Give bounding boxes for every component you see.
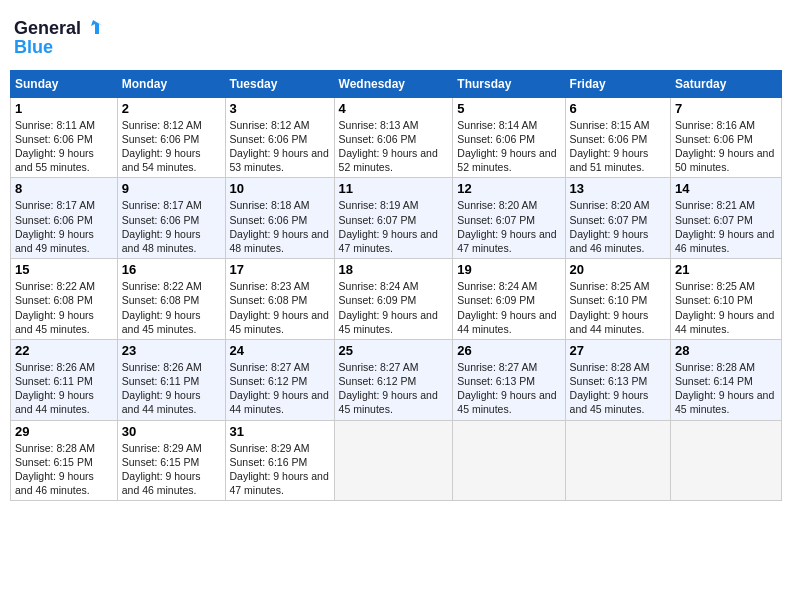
weekday-header: Friday	[565, 70, 670, 97]
day-number: 5	[457, 101, 560, 116]
calendar-cell: 21Sunrise: 8:25 AMSunset: 6:10 PMDayligh…	[671, 259, 782, 340]
calendar-cell: 19Sunrise: 8:24 AMSunset: 6:09 PMDayligh…	[453, 259, 565, 340]
day-info: Sunrise: 8:27 AMSunset: 6:12 PMDaylight:…	[339, 360, 449, 417]
day-info: Sunrise: 8:14 AMSunset: 6:06 PMDaylight:…	[457, 118, 560, 175]
day-number: 26	[457, 343, 560, 358]
calendar-cell: 9Sunrise: 8:17 AMSunset: 6:06 PMDaylight…	[117, 178, 225, 259]
day-number: 2	[122, 101, 221, 116]
calendar-cell: 30Sunrise: 8:29 AMSunset: 6:15 PMDayligh…	[117, 420, 225, 501]
weekday-header: Sunday	[11, 70, 118, 97]
weekday-header: Tuesday	[225, 70, 334, 97]
day-info: Sunrise: 8:23 AMSunset: 6:08 PMDaylight:…	[230, 279, 330, 336]
day-info: Sunrise: 8:18 AMSunset: 6:06 PMDaylight:…	[230, 198, 330, 255]
calendar-cell	[334, 420, 453, 501]
logo: General Blue	[14, 18, 105, 58]
day-number: 16	[122, 262, 221, 277]
logo-bird-icon	[83, 18, 105, 40]
calendar-week-row: 22Sunrise: 8:26 AMSunset: 6:11 PMDayligh…	[11, 339, 782, 420]
calendar-cell: 11Sunrise: 8:19 AMSunset: 6:07 PMDayligh…	[334, 178, 453, 259]
day-info: Sunrise: 8:22 AMSunset: 6:08 PMDaylight:…	[15, 279, 113, 336]
calendar-cell: 14Sunrise: 8:21 AMSunset: 6:07 PMDayligh…	[671, 178, 782, 259]
calendar-cell: 4Sunrise: 8:13 AMSunset: 6:06 PMDaylight…	[334, 97, 453, 178]
day-number: 28	[675, 343, 777, 358]
day-number: 17	[230, 262, 330, 277]
calendar-week-row: 15Sunrise: 8:22 AMSunset: 6:08 PMDayligh…	[11, 259, 782, 340]
day-number: 12	[457, 181, 560, 196]
calendar-cell: 6Sunrise: 8:15 AMSunset: 6:06 PMDaylight…	[565, 97, 670, 178]
calendar-week-row: 1Sunrise: 8:11 AMSunset: 6:06 PMDaylight…	[11, 97, 782, 178]
day-info: Sunrise: 8:29 AMSunset: 6:15 PMDaylight:…	[122, 441, 221, 498]
day-number: 10	[230, 181, 330, 196]
page-header: General Blue	[10, 10, 782, 62]
calendar-cell: 12Sunrise: 8:20 AMSunset: 6:07 PMDayligh…	[453, 178, 565, 259]
day-number: 15	[15, 262, 113, 277]
day-info: Sunrise: 8:17 AMSunset: 6:06 PMDaylight:…	[122, 198, 221, 255]
calendar-cell: 25Sunrise: 8:27 AMSunset: 6:12 PMDayligh…	[334, 339, 453, 420]
day-number: 21	[675, 262, 777, 277]
day-info: Sunrise: 8:27 AMSunset: 6:12 PMDaylight:…	[230, 360, 330, 417]
day-info: Sunrise: 8:26 AMSunset: 6:11 PMDaylight:…	[122, 360, 221, 417]
calendar-cell: 8Sunrise: 8:17 AMSunset: 6:06 PMDaylight…	[11, 178, 118, 259]
calendar-cell: 24Sunrise: 8:27 AMSunset: 6:12 PMDayligh…	[225, 339, 334, 420]
calendar-cell: 2Sunrise: 8:12 AMSunset: 6:06 PMDaylight…	[117, 97, 225, 178]
day-number: 8	[15, 181, 113, 196]
calendar-week-row: 29Sunrise: 8:28 AMSunset: 6:15 PMDayligh…	[11, 420, 782, 501]
calendar-cell: 20Sunrise: 8:25 AMSunset: 6:10 PMDayligh…	[565, 259, 670, 340]
calendar-cell	[453, 420, 565, 501]
calendar-cell: 15Sunrise: 8:22 AMSunset: 6:08 PMDayligh…	[11, 259, 118, 340]
logo-blue: Blue	[14, 38, 105, 58]
day-info: Sunrise: 8:25 AMSunset: 6:10 PMDaylight:…	[570, 279, 666, 336]
calendar-table: SundayMondayTuesdayWednesdayThursdayFrid…	[10, 70, 782, 501]
calendar-cell: 13Sunrise: 8:20 AMSunset: 6:07 PMDayligh…	[565, 178, 670, 259]
calendar-cell: 28Sunrise: 8:28 AMSunset: 6:14 PMDayligh…	[671, 339, 782, 420]
day-info: Sunrise: 8:24 AMSunset: 6:09 PMDaylight:…	[457, 279, 560, 336]
calendar-cell: 29Sunrise: 8:28 AMSunset: 6:15 PMDayligh…	[11, 420, 118, 501]
calendar-cell: 23Sunrise: 8:26 AMSunset: 6:11 PMDayligh…	[117, 339, 225, 420]
day-number: 3	[230, 101, 330, 116]
day-number: 27	[570, 343, 666, 358]
calendar-cell: 22Sunrise: 8:26 AMSunset: 6:11 PMDayligh…	[11, 339, 118, 420]
day-info: Sunrise: 8:28 AMSunset: 6:14 PMDaylight:…	[675, 360, 777, 417]
day-info: Sunrise: 8:20 AMSunset: 6:07 PMDaylight:…	[457, 198, 560, 255]
day-info: Sunrise: 8:21 AMSunset: 6:07 PMDaylight:…	[675, 198, 777, 255]
day-number: 9	[122, 181, 221, 196]
day-number: 14	[675, 181, 777, 196]
day-info: Sunrise: 8:16 AMSunset: 6:06 PMDaylight:…	[675, 118, 777, 175]
day-info: Sunrise: 8:26 AMSunset: 6:11 PMDaylight:…	[15, 360, 113, 417]
weekday-header: Saturday	[671, 70, 782, 97]
day-info: Sunrise: 8:15 AMSunset: 6:06 PMDaylight:…	[570, 118, 666, 175]
day-number: 23	[122, 343, 221, 358]
day-info: Sunrise: 8:11 AMSunset: 6:06 PMDaylight:…	[15, 118, 113, 175]
calendar-cell	[671, 420, 782, 501]
day-number: 25	[339, 343, 449, 358]
calendar-header-row: SundayMondayTuesdayWednesdayThursdayFrid…	[11, 70, 782, 97]
day-number: 19	[457, 262, 560, 277]
calendar-week-row: 8Sunrise: 8:17 AMSunset: 6:06 PMDaylight…	[11, 178, 782, 259]
day-info: Sunrise: 8:17 AMSunset: 6:06 PMDaylight:…	[15, 198, 113, 255]
calendar-cell: 26Sunrise: 8:27 AMSunset: 6:13 PMDayligh…	[453, 339, 565, 420]
day-info: Sunrise: 8:12 AMSunset: 6:06 PMDaylight:…	[230, 118, 330, 175]
calendar-cell: 16Sunrise: 8:22 AMSunset: 6:08 PMDayligh…	[117, 259, 225, 340]
calendar-cell	[565, 420, 670, 501]
day-info: Sunrise: 8:20 AMSunset: 6:07 PMDaylight:…	[570, 198, 666, 255]
day-info: Sunrise: 8:12 AMSunset: 6:06 PMDaylight:…	[122, 118, 221, 175]
calendar-cell: 1Sunrise: 8:11 AMSunset: 6:06 PMDaylight…	[11, 97, 118, 178]
day-number: 30	[122, 424, 221, 439]
day-number: 31	[230, 424, 330, 439]
day-number: 11	[339, 181, 449, 196]
day-info: Sunrise: 8:24 AMSunset: 6:09 PMDaylight:…	[339, 279, 449, 336]
day-number: 24	[230, 343, 330, 358]
day-number: 4	[339, 101, 449, 116]
day-info: Sunrise: 8:22 AMSunset: 6:08 PMDaylight:…	[122, 279, 221, 336]
logo-container: General Blue	[14, 18, 105, 58]
calendar-cell: 18Sunrise: 8:24 AMSunset: 6:09 PMDayligh…	[334, 259, 453, 340]
weekday-header: Thursday	[453, 70, 565, 97]
svg-marker-0	[91, 20, 103, 34]
calendar-cell: 7Sunrise: 8:16 AMSunset: 6:06 PMDaylight…	[671, 97, 782, 178]
day-number: 1	[15, 101, 113, 116]
day-info: Sunrise: 8:13 AMSunset: 6:06 PMDaylight:…	[339, 118, 449, 175]
calendar-cell: 5Sunrise: 8:14 AMSunset: 6:06 PMDaylight…	[453, 97, 565, 178]
calendar-cell: 17Sunrise: 8:23 AMSunset: 6:08 PMDayligh…	[225, 259, 334, 340]
day-number: 22	[15, 343, 113, 358]
day-number: 29	[15, 424, 113, 439]
